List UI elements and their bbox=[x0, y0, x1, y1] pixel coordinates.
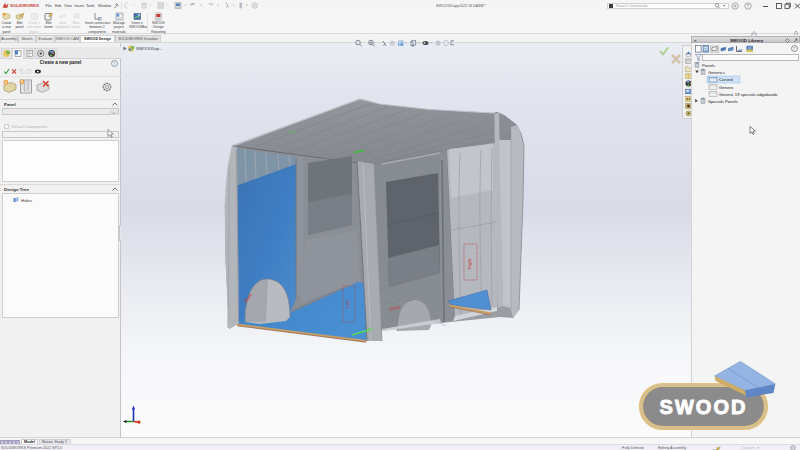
svg-text:Generics: Generics bbox=[708, 70, 725, 75]
svg-text:?: ? bbox=[793, 46, 795, 51]
svg-text:Left: Left bbox=[345, 300, 350, 308]
svg-text:Curved: Curved bbox=[719, 77, 733, 82]
svg-text:?: ? bbox=[747, 3, 750, 9]
svg-text:Generic: Generic bbox=[719, 85, 734, 90]
svg-text:Specials Panels: Specials Panels bbox=[708, 99, 738, 104]
svg-text:SOLIDWORKS: SOLIDWORKS bbox=[10, 3, 39, 8]
svg-text:?: ? bbox=[113, 61, 115, 66]
svg-text:Right: Right bbox=[467, 258, 472, 269]
svg-text:Panels: Panels bbox=[702, 63, 715, 68]
svg-text:SWOODDap...: SWOODDap... bbox=[136, 46, 162, 51]
svg-text:Generic 19 specials edgebands: Generic 19 specials edgebands bbox=[719, 92, 778, 97]
